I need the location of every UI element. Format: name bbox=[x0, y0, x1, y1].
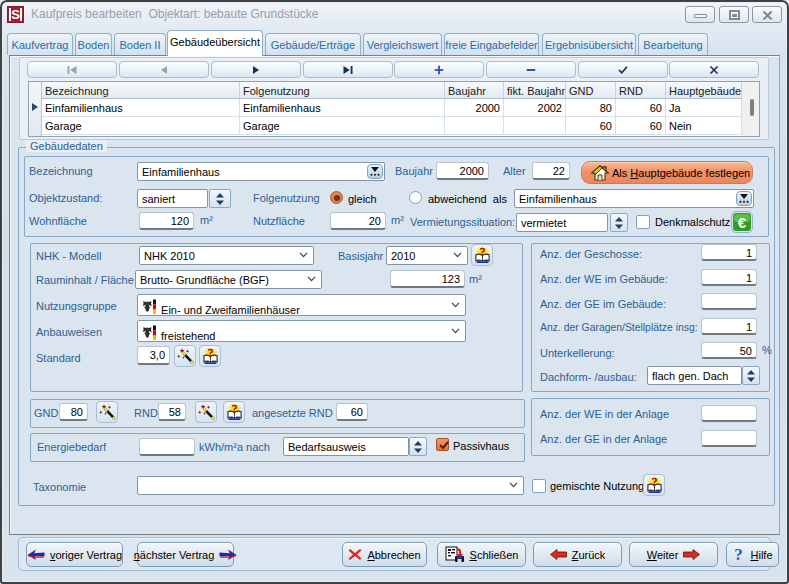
svg-text:?: ? bbox=[652, 476, 658, 488]
svg-text:?: ? bbox=[208, 347, 214, 359]
svg-text:?: ? bbox=[232, 403, 238, 415]
svg-text:?: ? bbox=[735, 546, 744, 563]
svg-text:€: € bbox=[738, 214, 747, 231]
svg-text:?: ? bbox=[480, 246, 486, 258]
